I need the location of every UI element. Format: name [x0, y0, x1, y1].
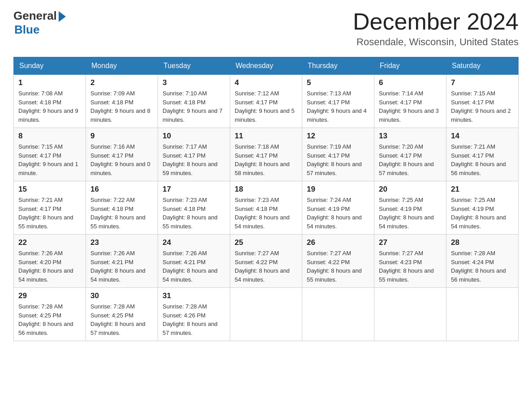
day-info: Sunrise: 7:28 AMSunset: 4:26 PMDaylight:… — [163, 302, 225, 337]
calendar-cell — [374, 288, 446, 341]
calendar-cell: 7 Sunrise: 7:15 AMSunset: 4:17 PMDayligh… — [446, 75, 519, 128]
day-info: Sunrise: 7:17 AMSunset: 4:17 PMDaylight:… — [163, 142, 225, 177]
col-sunday: Sunday — [14, 57, 86, 75]
calendar-cell — [446, 288, 519, 341]
calendar-cell: 21 Sunrise: 7:25 AMSunset: 4:19 PMDaylig… — [446, 181, 519, 235]
day-info: Sunrise: 7:12 AMSunset: 4:17 PMDaylight:… — [235, 89, 297, 124]
day-number: 10 — [163, 132, 225, 141]
calendar-cell: 3 Sunrise: 7:10 AMSunset: 4:18 PMDayligh… — [158, 75, 230, 128]
calendar-cell: 18 Sunrise: 7:23 AMSunset: 4:18 PMDaylig… — [230, 181, 302, 235]
day-info: Sunrise: 7:19 AMSunset: 4:17 PMDaylight:… — [307, 142, 369, 177]
day-info: Sunrise: 7:28 AMSunset: 4:25 PMDaylight:… — [90, 302, 153, 337]
day-info: Sunrise: 7:18 AMSunset: 4:17 PMDaylight:… — [235, 142, 297, 177]
calendar-cell: 4 Sunrise: 7:12 AMSunset: 4:17 PMDayligh… — [230, 75, 302, 128]
day-info: Sunrise: 7:15 AMSunset: 4:17 PMDaylight:… — [18, 142, 81, 177]
day-number: 20 — [379, 185, 442, 194]
day-number: 7 — [451, 78, 514, 87]
calendar-cell: 20 Sunrise: 7:25 AMSunset: 4:19 PMDaylig… — [374, 181, 446, 235]
calendar-cell: 28 Sunrise: 7:28 AMSunset: 4:24 PMDaylig… — [446, 235, 519, 288]
page-header: General Blue December 2024 Rosendale, Wi… — [13, 9, 519, 48]
day-info: Sunrise: 7:20 AMSunset: 4:17 PMDaylight:… — [379, 142, 442, 177]
day-info: Sunrise: 7:26 AMSunset: 4:21 PMDaylight:… — [90, 249, 153, 284]
calendar-cell: 5 Sunrise: 7:13 AMSunset: 4:17 PMDayligh… — [302, 75, 374, 128]
calendar-cell: 1 Sunrise: 7:08 AMSunset: 4:18 PMDayligh… — [14, 75, 86, 128]
calendar-week-3: 15 Sunrise: 7:21 AMSunset: 4:17 PMDaylig… — [14, 181, 519, 235]
day-number: 9 — [90, 132, 153, 141]
day-number: 11 — [235, 132, 297, 141]
calendar-cell: 29 Sunrise: 7:28 AMSunset: 4:25 PMDaylig… — [14, 288, 86, 341]
calendar-week-5: 29 Sunrise: 7:28 AMSunset: 4:25 PMDaylig… — [14, 288, 519, 341]
calendar-week-4: 22 Sunrise: 7:26 AMSunset: 4:20 PMDaylig… — [14, 235, 519, 288]
calendar-cell: 19 Sunrise: 7:24 AMSunset: 4:19 PMDaylig… — [302, 181, 374, 235]
day-info: Sunrise: 7:21 AMSunset: 4:17 PMDaylight:… — [451, 142, 514, 177]
calendar-cell: 16 Sunrise: 7:22 AMSunset: 4:18 PMDaylig… — [86, 181, 158, 235]
day-number: 19 — [307, 185, 369, 194]
month-year-title: December 2024 — [353, 9, 519, 34]
calendar-cell: 9 Sunrise: 7:16 AMSunset: 4:17 PMDayligh… — [86, 128, 158, 181]
col-tuesday: Tuesday — [158, 57, 230, 75]
day-info: Sunrise: 7:27 AMSunset: 4:23 PMDaylight:… — [379, 249, 442, 284]
day-number: 16 — [90, 185, 153, 194]
col-thursday: Thursday — [302, 57, 374, 75]
day-number: 22 — [18, 238, 81, 247]
day-info: Sunrise: 7:24 AMSunset: 4:19 PMDaylight:… — [307, 196, 369, 231]
col-wednesday: Wednesday — [230, 57, 302, 75]
logo-arrow-icon — [59, 11, 66, 22]
calendar-cell: 12 Sunrise: 7:19 AMSunset: 4:17 PMDaylig… — [302, 128, 374, 181]
day-number: 30 — [90, 291, 153, 300]
calendar-cell: 25 Sunrise: 7:27 AMSunset: 4:22 PMDaylig… — [230, 235, 302, 288]
day-info: Sunrise: 7:25 AMSunset: 4:19 PMDaylight:… — [451, 196, 514, 231]
calendar-cell — [230, 288, 302, 341]
day-info: Sunrise: 7:08 AMSunset: 4:18 PMDaylight:… — [18, 89, 81, 124]
day-info: Sunrise: 7:10 AMSunset: 4:18 PMDaylight:… — [163, 89, 225, 124]
day-info: Sunrise: 7:28 AMSunset: 4:24 PMDaylight:… — [451, 249, 514, 284]
calendar-cell: 11 Sunrise: 7:18 AMSunset: 4:17 PMDaylig… — [230, 128, 302, 181]
day-number: 29 — [18, 291, 81, 300]
day-number: 27 — [379, 238, 442, 247]
calendar-cell: 24 Sunrise: 7:26 AMSunset: 4:21 PMDaylig… — [158, 235, 230, 288]
col-saturday: Saturday — [446, 57, 519, 75]
day-number: 12 — [307, 132, 369, 141]
day-info: Sunrise: 7:21 AMSunset: 4:17 PMDaylight:… — [18, 196, 81, 231]
day-number: 4 — [235, 78, 297, 87]
calendar-cell: 31 Sunrise: 7:28 AMSunset: 4:26 PMDaylig… — [158, 288, 230, 341]
day-info: Sunrise: 7:22 AMSunset: 4:18 PMDaylight:… — [90, 196, 153, 231]
day-number: 31 — [163, 291, 225, 300]
logo: General Blue — [13, 9, 66, 37]
location-subtitle: Rosendale, Wisconsin, United States — [353, 36, 519, 48]
calendar-cell: 30 Sunrise: 7:28 AMSunset: 4:25 PMDaylig… — [86, 288, 158, 341]
calendar-header-row: Sunday Monday Tuesday Wednesday Thursday… — [14, 57, 519, 75]
calendar-cell: 26 Sunrise: 7:27 AMSunset: 4:22 PMDaylig… — [302, 235, 374, 288]
col-friday: Friday — [374, 57, 446, 75]
day-info: Sunrise: 7:23 AMSunset: 4:18 PMDaylight:… — [235, 196, 297, 231]
day-number: 28 — [451, 238, 514, 247]
title-area: December 2024 Rosendale, Wisconsin, Unit… — [353, 9, 519, 48]
calendar-table: Sunday Monday Tuesday Wednesday Thursday… — [13, 57, 519, 341]
logo-general-text: General — [13, 9, 57, 23]
day-info: Sunrise: 7:27 AMSunset: 4:22 PMDaylight:… — [235, 249, 297, 284]
calendar-cell: 10 Sunrise: 7:17 AMSunset: 4:17 PMDaylig… — [158, 128, 230, 181]
day-info: Sunrise: 7:25 AMSunset: 4:19 PMDaylight:… — [379, 196, 442, 231]
calendar-week-1: 1 Sunrise: 7:08 AMSunset: 4:18 PMDayligh… — [14, 75, 519, 128]
day-number: 6 — [379, 78, 442, 87]
col-monday: Monday — [86, 57, 158, 75]
calendar-cell: 23 Sunrise: 7:26 AMSunset: 4:21 PMDaylig… — [86, 235, 158, 288]
day-number: 13 — [379, 132, 442, 141]
logo-blue-text: Blue — [14, 23, 39, 37]
day-number: 15 — [18, 185, 81, 194]
calendar-cell: 17 Sunrise: 7:23 AMSunset: 4:18 PMDaylig… — [158, 181, 230, 235]
day-number: 3 — [163, 78, 225, 87]
day-number: 25 — [235, 238, 297, 247]
day-number: 24 — [163, 238, 225, 247]
calendar-cell: 2 Sunrise: 7:09 AMSunset: 4:18 PMDayligh… — [86, 75, 158, 128]
day-info: Sunrise: 7:27 AMSunset: 4:22 PMDaylight:… — [307, 249, 369, 284]
day-info: Sunrise: 7:15 AMSunset: 4:17 PMDaylight:… — [451, 89, 514, 124]
calendar-week-2: 8 Sunrise: 7:15 AMSunset: 4:17 PMDayligh… — [14, 128, 519, 181]
calendar-cell: 22 Sunrise: 7:26 AMSunset: 4:20 PMDaylig… — [14, 235, 86, 288]
day-number: 17 — [163, 185, 225, 194]
day-info: Sunrise: 7:26 AMSunset: 4:21 PMDaylight:… — [163, 249, 225, 284]
calendar-cell: 13 Sunrise: 7:20 AMSunset: 4:17 PMDaylig… — [374, 128, 446, 181]
day-number: 1 — [18, 78, 81, 87]
day-info: Sunrise: 7:09 AMSunset: 4:18 PMDaylight:… — [90, 89, 153, 124]
day-info: Sunrise: 7:23 AMSunset: 4:18 PMDaylight:… — [163, 196, 225, 231]
